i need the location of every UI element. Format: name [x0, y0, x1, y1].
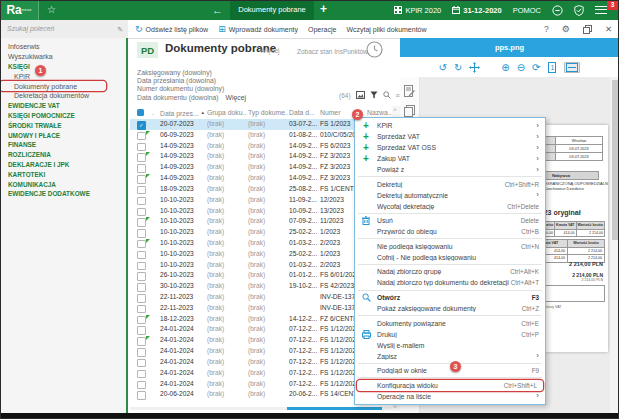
row-checkbox[interactable] — [137, 175, 146, 184]
active-tab[interactable]: Dokumenty pobrane — [230, 0, 314, 20]
fit-page-icon[interactable]: 1 — [547, 62, 557, 73]
menu-item-przywróć-do-obiegu[interactable]: Przywróć do obieguCtrl+B — [355, 226, 545, 237]
table-row[interactable]: 20-06-2024(brak)(brak)20-06-2...FS 14/CE… — [130, 389, 392, 400]
table-row[interactable]: 26-10-2023(brak)(brak)01-01-2...FS 6/01/… — [130, 270, 392, 281]
menu-item-otwórz[interactable]: OtwórzF3 — [355, 292, 545, 303]
table-row[interactable]: 10-10-2023(brak)(brak)01-03-2...2/2023 — [130, 238, 392, 249]
sidebar-item-kartoteki[interactable]: KARTOTEKI — [0, 169, 126, 179]
table-row[interactable]: 24-01-2024(brak)(brak)07-12-2...FS 1/12/… — [130, 335, 392, 346]
table-row[interactable]: 14-09-2023(brak)(brak)14-09-2...FS 6/202… — [130, 141, 392, 152]
pan-move-icon[interactable] — [469, 62, 480, 73]
table-row[interactable]: 14-09-2023(brak)(brak)14-09-2...FZ 3/202… — [130, 151, 392, 162]
sidebar-item-finanse[interactable]: FINANSE — [0, 140, 126, 150]
row-checkbox[interactable] — [137, 229, 146, 238]
row-checkbox[interactable] — [137, 359, 146, 368]
menu-item-dokumenty-powiązane[interactable]: Dokumenty powiązaneCtrl+E — [355, 318, 545, 329]
sidebar-item-środki-trwałe[interactable]: ŚRODKI TRWAŁE — [0, 120, 126, 130]
sidebar-item-księgi[interactable]: KSIĘGI — [0, 62, 126, 72]
row-checkbox[interactable] — [137, 132, 146, 141]
menu-item-cofnij-nie-podlega-księgowaniu[interactable]: Cofnij - Nie podlega księgowaniu — [355, 252, 545, 263]
close-icon[interactable]: ✕ — [605, 24, 612, 34]
hamburger-menu-icon[interactable] — [595, 6, 607, 15]
sidebar-item-komunikacja[interactable]: KOMUNIKACJA — [0, 179, 126, 189]
row-checkbox[interactable] — [137, 294, 146, 303]
title-more-link[interactable]: Więcej — [260, 47, 280, 54]
menu-item-zakup-vat[interactable]: +Zakup VAT› — [355, 153, 545, 164]
help-menu[interactable]: POMOC — [513, 6, 541, 15]
filters-more-link[interactable]: Więcej — [226, 94, 246, 101]
table-row[interactable]: 10-10-2023(brak)(brak)11-09-2...12/2023 — [130, 195, 392, 206]
menu-item-operacje-na-liście[interactable]: Operacje na liście› — [355, 391, 545, 402]
table-row[interactable]: 30-10-2023(brak)(brak)19-10-2...FS 42/20… — [130, 281, 392, 292]
row-checkbox[interactable] — [137, 316, 146, 325]
sidebar-item-ewidencje-vat[interactable]: EWIDENCJE VAT — [0, 101, 126, 111]
app-logo[interactable]: Ranexo — [0, 0, 39, 20]
row-checkbox[interactable] — [137, 381, 146, 390]
column-header-[interactable]: . — [152, 106, 158, 119]
table-row[interactable]: ✓20-07-2023(brak)(brak)03-07-2...FS 1/20… — [130, 119, 392, 130]
row-checkbox[interactable] — [137, 208, 146, 217]
row-checkbox[interactable] — [137, 218, 146, 227]
rotate-left-icon[interactable]: ↺ — [439, 62, 447, 73]
menu-item-wycofaj-dekretację[interactable]: Wycofaj dekretacjęCtrl+Delete — [355, 201, 545, 212]
pages-icon[interactable] — [404, 105, 415, 117]
pin-icon[interactable]: ✎ — [117, 21, 123, 39]
filter-summary[interactable]: Zaksięgowany (dowolny) Data przesłania (… — [137, 69, 246, 102]
row-checkbox[interactable]: ✓ — [137, 121, 146, 130]
row-checkbox[interactable] — [137, 305, 146, 314]
row-checkbox[interactable] — [137, 370, 146, 379]
new-tab-button[interactable]: + — [320, 2, 327, 16]
menu-item-nie-podlega-księgowaniu[interactable]: Nie podlega księgowaniuCtrl+N — [355, 241, 545, 252]
sidebar-item-dekretacja-dokumentów[interactable]: Dekretacja dokumentów — [0, 91, 126, 101]
favorites-star-icon[interactable]: ☆ — [47, 4, 56, 16]
work-date-selector[interactable]: 31-12-2020 — [452, 6, 501, 15]
row-checkbox[interactable] — [137, 197, 146, 206]
menu-item-sprzedaż-vat-oss[interactable]: +Sprzedaż VAT OSS› — [355, 142, 545, 153]
table-row[interactable]: 10-10-2023(brak)(brak)10-09-2...13/2023 — [130, 206, 392, 217]
table-row[interactable]: 10-10-2023(brak)(brak)07-09-2...11/2023 — [130, 216, 392, 227]
menu-item-drukuj[interactable]: DrukujCtrl+P — [355, 329, 545, 340]
table-row[interactable]: 10-10-2023(brak)(brak)25-02-2...1/2023 — [130, 249, 392, 260]
table-row[interactable]: 24-01-2024(brak)(brak)07-12-2...FS 1/12/… — [130, 368, 392, 379]
column-header-typ-dokume[interactable]: Typ dokume... — [248, 106, 288, 119]
table-row[interactable]: 14-09-2023(brak)(brak)14-09-2...FZ 3/202… — [130, 173, 392, 184]
table-row[interactable]: 24-01-2024(brak)(brak)07-12-2...FS 1/12/… — [130, 379, 392, 390]
select-all-icon[interactable] — [137, 109, 144, 116]
sidebar-item-umowy-i-płace[interactable]: UMOWY I PŁACE — [0, 130, 126, 140]
document-edit-icon[interactable] — [404, 85, 415, 97]
table-row[interactable]: 24-01-2024(brak)(brak)07-12-2...FS 1/12/… — [130, 357, 392, 368]
row-checkbox[interactable] — [137, 164, 146, 173]
sidebar-item-rozliczenia[interactable]: ROZLICZENIA — [0, 150, 126, 160]
assistant-icon[interactable] — [552, 5, 563, 16]
action-operacje[interactable]: Operacje — [308, 26, 336, 33]
row-checkbox[interactable] — [137, 262, 146, 271]
row-checkbox[interactable] — [137, 251, 146, 260]
table-row[interactable]: 18-12-2023(brak)(brak)14-12-2...FZ 6/CEN… — [130, 314, 392, 325]
row-checkbox[interactable] — [137, 143, 146, 152]
menu-item-zapisz[interactable]: Zapisz› — [355, 351, 545, 362]
sidebar-item-ewidencje-dodatkowe[interactable]: EWIDENCJE DODATKOWE — [0, 189, 126, 199]
menu-item-nadaj-zbiorczo-typ-dokumentu-do-dekretacji[interactable]: Nadaj zbiorczo typ dokumentu do dekretac… — [355, 277, 545, 288]
menu-item-sprzedaż-vat[interactable]: +Sprzedaż VAT› — [355, 131, 545, 142]
period-selector[interactable]: KPiR 2020 — [394, 6, 441, 15]
table-row[interactable]: 22-11-2023(brak)(brak)INV-DE-1370 — [130, 292, 392, 303]
menu-item-kpir[interactable]: +KPiR› — [355, 120, 545, 131]
column-header-grupa-doku[interactable]: Grupa doku... — [207, 106, 247, 119]
sidebar-item-księgi-pomocnicze[interactable]: KSIĘGI POMOCNICZE — [0, 111, 126, 121]
sidebar-item-kpir[interactable]: KPiR — [0, 71, 126, 81]
rotate-right-icon[interactable]: ↻ — [454, 62, 462, 73]
history-clock-icon[interactable] — [366, 41, 383, 58]
sidebar-item-wyszukiwarka[interactable]: Wyszukiwarka — [0, 52, 126, 62]
action-odśwież-listę-plików[interactable]: ↻Odśwież listę plików — [135, 25, 208, 34]
column-header-data-przes[interactable]: Data przes...▲ — [160, 106, 206, 119]
shield-icon[interactable] — [574, 5, 584, 16]
horizontal-scrollbar-thumb[interactable] — [287, 407, 382, 410]
sidebar-item-deklaracje-i-jpk[interactable]: DEKLARACJE I JPK — [0, 160, 126, 170]
filter-funnel-icon[interactable] — [370, 91, 378, 99]
table-row[interactable]: 24-01-2024(brak)(brak)07-12-2...FS 1/12/… — [130, 324, 392, 335]
menu-item-pokaż-zaksięgowane-dokumenty[interactable]: Pokaż zaksięgowane dokumentyCtrl+Z — [355, 303, 545, 314]
row-checkbox[interactable] — [137, 153, 146, 162]
row-checkbox[interactable] — [137, 186, 146, 195]
search-list-icon[interactable] — [383, 91, 391, 99]
row-checkbox[interactable] — [137, 337, 146, 346]
